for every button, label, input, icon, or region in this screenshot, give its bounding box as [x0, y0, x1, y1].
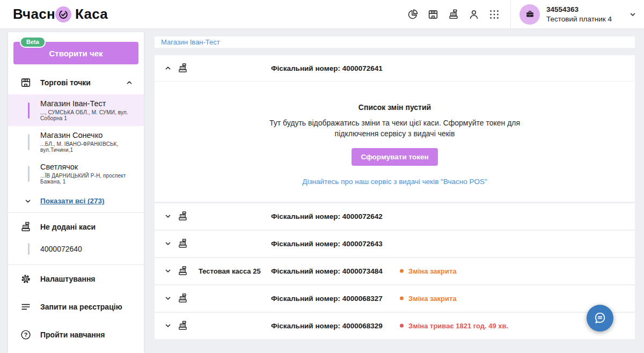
chevron-down-icon[interactable]: [164, 322, 172, 329]
breadcrumb: Магазин Іван-Тест: [155, 36, 635, 48]
chevron-down-icon[interactable]: [629, 11, 636, 18]
active-indicator-bar: [28, 166, 30, 182]
reports-pie-chart-icon[interactable]: [406, 8, 419, 21]
chevron-down-icon[interactable]: [164, 240, 172, 247]
kasa-fiscal-number: Фіскальний номер: 4000072642: [271, 212, 383, 220]
item-indicator-bar: [28, 243, 30, 255]
trade-point-address: ...БЛ., М. ІВАНО-ФРАНКІВСЬК, вул.Тичини,…: [40, 141, 140, 153]
sidebar-section-trade-points[interactable]: Торгові точки: [8, 69, 144, 94]
list-lines-icon: [20, 301, 32, 313]
trade-point-name: Магазин Іван-Тест: [40, 99, 140, 108]
sidebar-item-registration-requests[interactable]: Запити на реєстрацію: [8, 293, 144, 321]
vchasno-check-icon: [55, 6, 71, 23]
person-icon[interactable]: [467, 8, 480, 21]
header-icon-group: [399, 8, 501, 21]
chat-support-button[interactable]: [587, 305, 613, 332]
kasa-fiscal-number: Фіскальний номер: 4000073484: [271, 267, 383, 275]
kasa-status: Зміна закрита: [400, 295, 457, 303]
kasa-card-expanded: Фіскальний номер: 4000072641 Список змін…: [155, 55, 635, 202]
kasa-card: Фіскальний номер: 4000068327 Зміна закри…: [155, 285, 635, 312]
app-logo[interactable]: ВчаснКаса: [13, 6, 108, 23]
sidebar-item-settings[interactable]: Налаштування: [8, 265, 144, 293]
cash-register-icon: [177, 320, 188, 332]
active-indicator-bar: [28, 102, 30, 119]
trade-point-address: ..., СУМСЬКА ОБЛ., М. СУМИ, вул. Соборна…: [40, 109, 140, 121]
kasa-row[interactable]: Тестовая касса 25 Фіскальний номер: 4000…: [155, 258, 635, 284]
cash-register-icon: [177, 266, 188, 277]
kasa-card: Фіскальний номер: 4000072643: [155, 231, 635, 257]
kasa-status: Зміна триває 1821 год. 49 хв.: [400, 322, 508, 330]
menu-label: Налаштування: [40, 275, 96, 283]
status-text: Зміна триває 1821 год. 49 хв.: [408, 322, 508, 330]
empty-state-title: Список змін пустий: [165, 103, 624, 112]
help-circle-icon: ?: [20, 329, 32, 341]
sidebar-section-unadded-kasas[interactable]: Не додані каси: [8, 213, 144, 239]
sidebar: Створити чек Beta Торгові точки Магазин …: [8, 32, 144, 353]
chevron-up-icon[interactable]: [126, 79, 133, 86]
kasa-row[interactable]: Фіскальний номер: 4000072643: [155, 231, 635, 257]
generate-token-button[interactable]: Сформувати токен: [352, 148, 437, 166]
status-dot-icon: [400, 269, 404, 273]
trade-point-item[interactable]: Магазин Сонечко ...БЛ., М. ІВАНО-ФРАНКІВ…: [8, 126, 144, 158]
kasa-row[interactable]: Фіскальний номер: 4000072641: [155, 55, 635, 82]
kasa-fiscal-number: Фіскальний номер: 4000072643: [271, 240, 383, 248]
show-all-trade-points[interactable]: Показати всі (273): [8, 189, 144, 212]
svg-text:?: ?: [24, 332, 27, 338]
app-header: ВчаснКаса 34554363 Тестовий платник 4: [0, 0, 644, 29]
storefront-icon: [20, 77, 32, 89]
briefcase-avatar-icon: [519, 4, 540, 25]
storefront-icon[interactable]: [427, 8, 440, 21]
cash-register-icon: [177, 238, 188, 249]
account-info: 34554363 Тестовий платник 4: [546, 5, 612, 24]
trade-point-item[interactable]: Магазин Іван-Тест ..., СУМСЬКА ОБЛ., М. …: [8, 94, 144, 126]
account-switcher[interactable]: 34554363 Тестовий платник 4: [511, 0, 644, 29]
status-dot-icon: [400, 324, 404, 328]
kasa-fiscal-number: Фіскальний номер: 4000068327: [271, 295, 383, 303]
empty-shifts-panel: Список змін пустий Тут будуть відображат…: [155, 82, 635, 202]
kasa-row[interactable]: Фіскальний номер: 4000068329 Зміна трива…: [155, 313, 635, 339]
status-text: Зміна закрита: [408, 267, 457, 275]
apps-grid-icon[interactable]: [488, 8, 501, 21]
cash-register-icon[interactable]: [447, 8, 460, 21]
chevron-down-icon[interactable]: [164, 295, 172, 302]
unadded-kasa-item[interactable]: 4000072640: [8, 239, 144, 259]
chevron-up-icon[interactable]: [164, 64, 172, 72]
menu-label: Запити на реєстрацію: [40, 303, 122, 311]
kasa-row[interactable]: Фіскальний номер: 4000072642: [155, 203, 635, 230]
chevron-down-icon[interactable]: [164, 267, 172, 275]
kasa-name: Тестовая касса 25: [199, 267, 268, 275]
logo-text-pre: Вчасн: [13, 6, 55, 23]
section-title: Не додані каси: [40, 223, 96, 231]
status-text: Зміна закрита: [408, 295, 457, 303]
breadcrumb-link[interactable]: Магазин Іван-Тест: [161, 38, 220, 46]
kasa-card: Тестовая касса 25 Фіскальний номер: 4000…: [155, 258, 635, 284]
trade-point-name: Светлячок: [40, 163, 140, 171]
beta-badge: Beta: [20, 36, 46, 48]
sidebar-item-training[interactable]: ? Пройти навчання: [8, 321, 144, 349]
vchasno-pos-link[interactable]: Дізнайтесь про наш сервіс з видачі чеків…: [165, 178, 624, 186]
cash-register-icon: [20, 221, 32, 233]
cash-register-icon: [177, 63, 188, 74]
active-indicator-bar: [28, 134, 30, 150]
chevron-down-icon[interactable]: [164, 212, 172, 220]
main-content: Магазин Іван-Тест Фіскальний номер: 4000…: [155, 36, 635, 340]
section-title: Торгові точки: [40, 78, 91, 87]
menu-label: Пройти навчання: [40, 330, 105, 339]
kasa-card: Фіскальний номер: 4000068329 Зміна трива…: [155, 313, 635, 339]
status-dot-icon: [400, 297, 404, 300]
account-name: Тестовий платник 4: [546, 14, 612, 24]
cash-register-icon: [177, 293, 188, 304]
trade-point-address: ...ЇВ ДАРНИЦЬКИЙ Р-Н, проспект Бажана, 1: [40, 173, 140, 185]
account-id: 34554363: [546, 5, 612, 14]
kasa-row[interactable]: Фіскальний номер: 4000068327 Зміна закри…: [155, 285, 635, 312]
trade-points-list: Магазин Іван-Тест ..., СУМСЬКА ОБЛ., М. …: [8, 94, 144, 189]
empty-state-text: Тут будуть відображатись зміни та чеки ц…: [248, 118, 541, 139]
show-all-link[interactable]: Показати всі (273): [40, 197, 105, 205]
unadded-kasa-number: 4000072640: [40, 245, 82, 253]
chevron-down-icon: [24, 197, 32, 205]
kasa-list: Фіскальний номер: 4000072642 Фіскальний …: [155, 203, 635, 339]
kasa-status: Зміна закрита: [400, 267, 457, 275]
trade-point-item[interactable]: Светлячок ...ЇВ ДАРНИЦЬКИЙ Р-Н, проспект…: [8, 158, 144, 189]
kasa-fiscal-number: Фіскальний номер: 4000068329: [271, 322, 383, 330]
trade-point-name: Магазин Сонечко: [40, 131, 140, 139]
